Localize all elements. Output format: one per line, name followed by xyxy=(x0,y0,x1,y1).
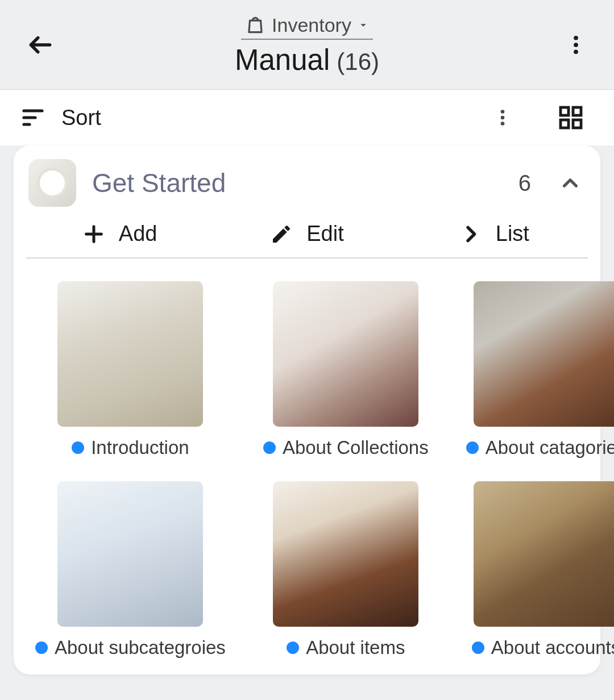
back-button[interactable] xyxy=(26,31,55,59)
sort-label: Sort xyxy=(61,106,101,130)
add-button[interactable]: Add xyxy=(26,222,213,246)
svg-point-5 xyxy=(501,122,505,126)
svg-point-1 xyxy=(574,43,578,47)
grid-item[interactable]: Introduction xyxy=(35,281,226,459)
item-thumbnail xyxy=(273,281,418,427)
item-label: About Collections xyxy=(283,437,429,459)
item-label: About accounts xyxy=(491,637,614,659)
grid-icon xyxy=(557,104,584,131)
status-dot-icon xyxy=(472,641,484,654)
list-label: List xyxy=(496,222,529,246)
shopping-bag-icon xyxy=(244,14,266,36)
item-label-row: About subcategroies xyxy=(35,637,226,659)
item-label-row: About Collections xyxy=(263,437,429,459)
sort-button[interactable]: Sort xyxy=(20,104,471,131)
app-bar: Inventory Manual (16) xyxy=(0,0,614,90)
grid-item[interactable]: About Collections xyxy=(263,281,429,459)
item-label-row: Introduction xyxy=(35,437,226,459)
item-label: About subcategroies xyxy=(55,637,226,659)
inventory-dropdown-label: Inventory xyxy=(272,14,351,36)
item-label: About items xyxy=(306,637,405,659)
sort-icon xyxy=(20,104,48,131)
list-options-button[interactable] xyxy=(487,102,518,134)
svg-rect-7 xyxy=(573,107,581,115)
status-dot-icon xyxy=(35,641,48,654)
page-count: (16) xyxy=(337,48,379,76)
toolbar: Sort xyxy=(0,90,614,145)
chevron-up-icon xyxy=(558,171,582,195)
item-thumbnail xyxy=(474,281,614,427)
grid-item[interactable]: About items xyxy=(263,481,429,659)
page-title: Manual xyxy=(235,43,330,77)
section-count: 6 xyxy=(518,170,531,196)
edit-label: Edit xyxy=(306,222,343,246)
svg-point-2 xyxy=(574,49,578,54)
status-dot-icon xyxy=(466,441,479,454)
chevron-right-icon xyxy=(459,223,482,245)
grid-view-button[interactable] xyxy=(551,98,590,137)
caret-down-icon xyxy=(357,19,370,31)
item-label-row: About items xyxy=(263,637,429,659)
svg-point-0 xyxy=(574,35,578,40)
overflow-menu-button[interactable] xyxy=(564,33,588,57)
status-dot-icon xyxy=(72,441,84,454)
plus-icon xyxy=(82,223,105,245)
svg-rect-6 xyxy=(561,107,569,115)
grid-item[interactable]: About subcategroies xyxy=(35,481,226,659)
item-label: About catagories xyxy=(486,437,614,459)
grid-item[interactable]: About catagories xyxy=(466,281,614,459)
section-thumbnail xyxy=(28,159,76,207)
items-grid: IntroductionAbout CollectionsAbout catag… xyxy=(26,259,588,659)
edit-button[interactable]: Edit xyxy=(213,222,400,246)
item-label: Introduction xyxy=(91,437,189,459)
section-card: Get Started 6 Add Edit List Introduction… xyxy=(14,145,600,674)
dots-vertical-icon xyxy=(564,33,588,57)
pencil-icon xyxy=(270,223,293,245)
item-label-row: About accounts xyxy=(466,637,614,659)
svg-point-4 xyxy=(501,116,505,120)
dots-vertical-icon xyxy=(492,107,513,128)
section-title: Get Started xyxy=(92,168,503,198)
arrow-left-icon xyxy=(26,31,55,59)
item-thumbnail xyxy=(273,481,418,627)
section-actions: Add Edit List xyxy=(26,222,588,259)
grid-item[interactable]: About accounts xyxy=(466,481,614,659)
status-dot-icon xyxy=(287,641,299,654)
item-thumbnail xyxy=(474,481,614,627)
svg-rect-8 xyxy=(561,120,569,128)
status-dot-icon xyxy=(263,441,276,454)
item-thumbnail xyxy=(57,481,203,627)
item-label-row: About catagories xyxy=(466,437,614,459)
app-title-group: Inventory Manual (16) xyxy=(235,13,379,77)
add-label: Add xyxy=(119,222,157,246)
item-thumbnail xyxy=(57,281,203,427)
section-header[interactable]: Get Started 6 xyxy=(26,157,588,216)
svg-point-3 xyxy=(501,110,505,114)
inventory-dropdown[interactable]: Inventory xyxy=(241,13,373,40)
svg-rect-9 xyxy=(573,120,581,128)
list-button[interactable]: List xyxy=(401,222,588,246)
